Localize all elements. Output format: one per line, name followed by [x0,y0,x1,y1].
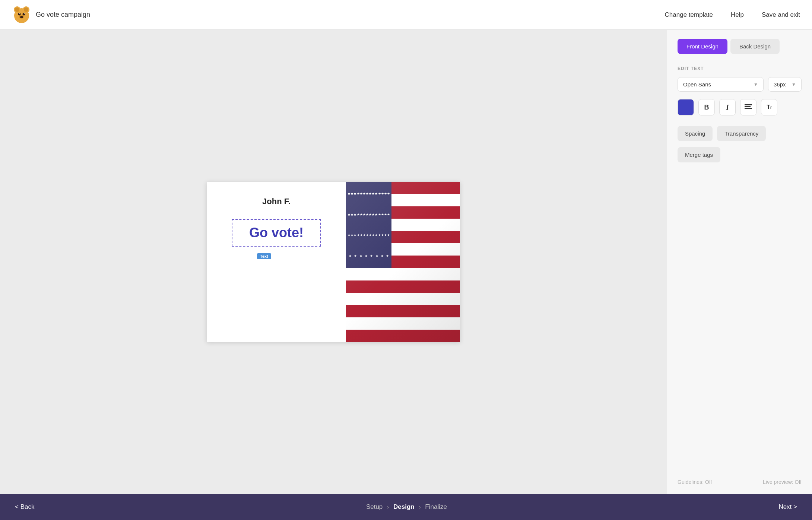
step-arrow-2: › [419,504,421,510]
spacing-button[interactable]: Spacing [678,126,713,141]
header-actions: Change template Help Save and exit [665,11,800,19]
footer: < Back Setup › Design › Finalize Next > [0,494,812,520]
postcard: John F. Text Go vote! ★ ★ ★ [207,182,460,342]
postcard-text-box[interactable]: Go vote! [232,219,321,247]
svg-point-5 [18,13,21,15]
text-badge: Text [257,253,271,259]
svg-rect-11 [745,104,752,105]
next-button[interactable]: Next > [778,503,797,511]
bear-logo-icon [12,5,31,25]
svg-point-6 [23,13,25,15]
back-button[interactable]: < Back [15,503,34,511]
svg-rect-12 [745,106,751,107]
postcard-flag-image: ★ ★ ★ ★ ★ ★ ★ ★ ★ ★ ★ ★ ★ ★ ★ [346,182,460,342]
bold-button[interactable]: B [698,99,715,115]
design-tabs: Front Design Back Design [678,39,802,54]
font-size-value: 36px [774,81,786,88]
svg-rect-14 [745,110,749,110]
footer-steps: Setup › Design › Finalize [34,503,778,511]
text-size-button[interactable]: Tr [761,99,777,115]
step-design: Design [393,503,415,511]
right-panel: Front Design Back Design EDIT TEXT Open … [667,30,812,494]
flag-overlay [346,182,460,342]
svg-point-10 [24,13,25,14]
page-title: Go vote campaign [36,11,90,19]
align-icon [745,104,752,110]
edit-text-label: EDIT TEXT [678,66,802,71]
logo-area: Go vote campaign [12,5,90,25]
font-family-select[interactable]: Open Sans ▼ [678,77,764,92]
align-button[interactable] [740,99,757,115]
svg-point-8 [20,16,23,18]
font-row: Open Sans ▼ 36px ▼ [678,77,802,92]
font-size-dropdown-arrow: ▼ [792,82,796,87]
flag-container: ★ ★ ★ ★ ★ ★ ★ ★ ★ ★ ★ ★ ★ ★ ★ [346,182,460,342]
save-exit-button[interactable]: Save and exit [762,11,800,19]
font-size-select[interactable]: 36px ▼ [768,77,802,92]
svg-point-4 [24,7,28,12]
color-picker-button[interactable] [678,99,694,115]
canvas-area: John F. Text Go vote! ★ ★ ★ [0,30,667,494]
postcard-recipient-name: John F. [218,197,335,206]
live-preview-status: Live preview: Off [763,479,802,485]
font-family-dropdown-arrow: ▼ [754,82,758,87]
svg-rect-13 [745,108,752,109]
step-arrow-1: › [387,504,389,510]
svg-point-3 [15,7,19,12]
change-template-button[interactable]: Change template [665,11,713,19]
main-content: John F. Text Go vote! ★ ★ ★ [0,30,812,494]
tab-back-design[interactable]: Back Design [730,39,780,54]
header: Go vote campaign Change template Help Sa… [0,0,812,30]
transparency-button[interactable]: Transparency [717,126,766,141]
postcard-left: John F. Text Go vote! [207,182,346,342]
options-row-2: Merge tags [678,147,802,162]
step-finalize: Finalize [425,503,447,511]
guidelines-status: Guidelines: Off [678,479,712,485]
italic-button[interactable]: I [719,99,736,115]
options-row-1: Spacing Transparency [678,126,802,141]
format-row: B I Tr [678,99,802,115]
bottom-controls: Guidelines: Off Live preview: Off [678,473,802,485]
postcard-headline[interactable]: Go vote! [249,225,304,241]
merge-tags-button[interactable]: Merge tags [678,147,720,162]
step-setup: Setup [366,503,383,511]
svg-point-9 [19,13,20,14]
font-family-value: Open Sans [683,81,711,88]
tab-front-design[interactable]: Front Design [678,39,727,54]
help-button[interactable]: Help [731,11,744,19]
